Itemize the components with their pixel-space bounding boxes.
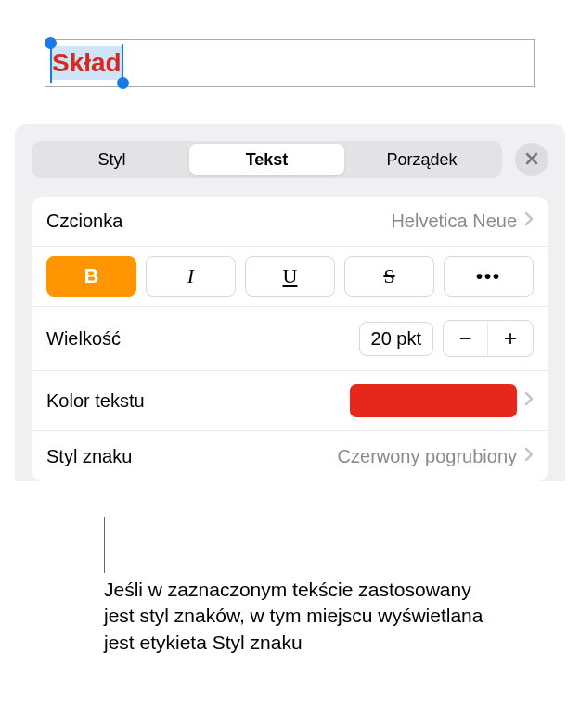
size-label: Wielkość: [46, 328, 121, 350]
font-label: Czcionka: [46, 211, 122, 232]
settings-card: Czcionka Helvetica Neue B I U S ••• Wiel…: [32, 197, 548, 481]
callout-line: [104, 517, 105, 573]
italic-button[interactable]: I: [146, 256, 236, 297]
size-value[interactable]: 20 pkt: [359, 322, 433, 356]
text-color-swatch[interactable]: [350, 384, 517, 417]
character-style-row[interactable]: Styl znaku Czerwony pogrubiony: [32, 431, 548, 481]
font-value: Helvetica Neue: [391, 211, 517, 232]
chevron-right-icon: [524, 211, 534, 231]
callout-text: Jeśli w zaznaczonym tekście zastosowany …: [104, 577, 494, 656]
character-style-value: Czerwony pogrubiony: [338, 446, 517, 467]
tabs-row: Styl Tekst Porządek: [32, 141, 548, 178]
character-style-label: Styl znaku: [46, 446, 132, 467]
format-panel: Styl Tekst Porządek Czcionka Helvetica N…: [15, 124, 565, 481]
tab-tekst[interactable]: Tekst: [189, 144, 344, 175]
size-increase-button[interactable]: +: [488, 321, 533, 356]
close-icon: [524, 149, 539, 171]
selection-handle-top-left[interactable]: [45, 37, 57, 49]
selection-handle-bottom-right[interactable]: [117, 77, 129, 89]
strikethrough-button[interactable]: S: [344, 256, 434, 297]
text-box[interactable]: Skład: [45, 39, 535, 87]
text-color-label: Kolor tekstu: [46, 390, 145, 412]
size-stepper: − +: [443, 320, 534, 357]
text-style-row: B I U S •••: [32, 247, 548, 307]
close-button[interactable]: [515, 143, 548, 176]
more-options-button[interactable]: •••: [444, 256, 534, 297]
selected-text-content: Skład: [52, 48, 122, 77]
selection-handle-line-left: [50, 44, 52, 83]
tab-porzadek[interactable]: Porządek: [344, 144, 499, 175]
size-decrease-button[interactable]: −: [444, 321, 488, 356]
tab-styl[interactable]: Styl: [34, 144, 189, 175]
chevron-right-icon: [524, 391, 534, 411]
chevron-right-icon: [524, 447, 534, 466]
bold-button[interactable]: B: [46, 256, 136, 297]
selected-text[interactable]: Skład: [51, 46, 122, 80]
underline-button[interactable]: U: [245, 256, 335, 297]
font-row[interactable]: Czcionka Helvetica Neue: [32, 197, 548, 247]
segmented-control: Styl Tekst Porządek: [32, 141, 502, 178]
size-row: Wielkość 20 pkt − +: [32, 307, 548, 371]
text-color-row[interactable]: Kolor tekstu: [32, 371, 548, 431]
